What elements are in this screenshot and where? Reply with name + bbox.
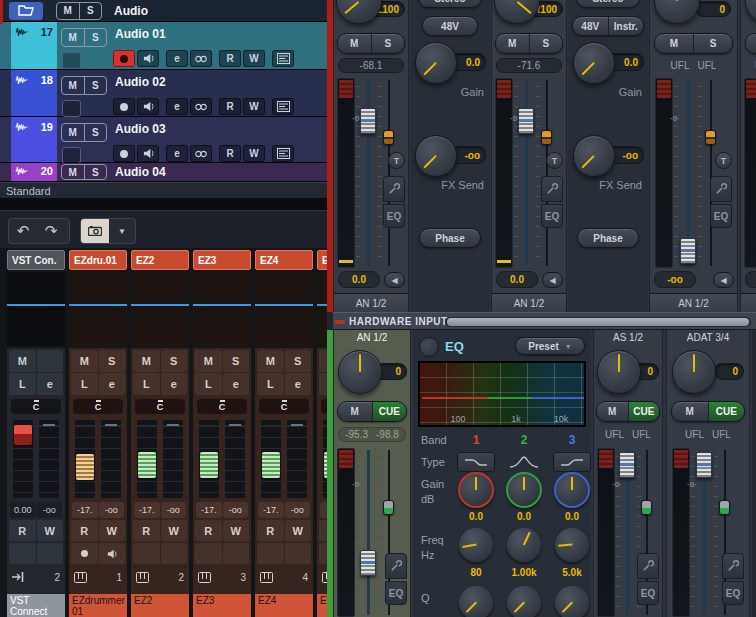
solo-button[interactable]: S bbox=[84, 77, 107, 94]
fader-track[interactable] bbox=[621, 450, 634, 615]
fader-track[interactable] bbox=[520, 80, 533, 266]
extra-cell[interactable] bbox=[161, 543, 188, 564]
write-button[interactable]: W bbox=[161, 520, 188, 541]
trim-fader[interactable] bbox=[383, 500, 394, 515]
channel-overview[interactable] bbox=[193, 272, 251, 346]
channel-overview[interactable] bbox=[69, 272, 127, 346]
mute-button[interactable]: M bbox=[672, 402, 708, 421]
band2-gain-value[interactable]: 0.0 bbox=[505, 511, 543, 522]
write-button[interactable]: W bbox=[99, 520, 126, 541]
fader-track[interactable] bbox=[362, 450, 375, 615]
track-row[interactable]: 18 MS Audio 02 e R W bbox=[0, 70, 330, 117]
channel-tools-button[interactable] bbox=[541, 176, 563, 202]
fader-track[interactable] bbox=[698, 450, 711, 615]
monitor-button[interactable] bbox=[137, 145, 159, 162]
fader-cap[interactable] bbox=[200, 452, 218, 478]
track-row[interactable]: 19 MS Audio 03 e R W bbox=[0, 117, 330, 163]
trim-fader[interactable] bbox=[705, 130, 716, 145]
eq-tab[interactable]: EQ bbox=[637, 581, 659, 605]
edit-button[interactable]: e bbox=[37, 373, 64, 395]
mute-button[interactable]: M bbox=[746, 34, 756, 53]
cue-button[interactable]: CUE bbox=[628, 402, 660, 421]
band3-gain-knob[interactable] bbox=[554, 472, 590, 508]
extra-cell[interactable] bbox=[37, 543, 64, 564]
preset-dropdown[interactable]: Preset▼ bbox=[515, 337, 585, 355]
solo-button[interactable]: S bbox=[371, 34, 405, 53]
mute-button[interactable]: M bbox=[62, 165, 84, 179]
mute-button[interactable]: M bbox=[496, 34, 529, 53]
edit-channel-button[interactable]: e bbox=[166, 98, 188, 115]
band1-q-knob[interactable] bbox=[459, 586, 493, 617]
fader-cap[interactable] bbox=[76, 454, 94, 480]
channel-overview[interactable] bbox=[131, 272, 189, 346]
solo-button[interactable]: S bbox=[79, 3, 102, 19]
undo-button[interactable]: ↶ bbox=[9, 219, 37, 243]
volume-value[interactable]: -17. bbox=[258, 502, 284, 518]
trim-track[interactable] bbox=[541, 80, 552, 266]
eq-graph[interactable]: 100 1k 10k bbox=[418, 361, 586, 427]
mute-button[interactable]: M bbox=[71, 350, 98, 372]
mute-button[interactable]: M bbox=[9, 350, 36, 372]
pan-knob[interactable] bbox=[336, 0, 382, 24]
edit-button[interactable]: e bbox=[161, 373, 188, 395]
band1-type-button[interactable] bbox=[457, 452, 495, 472]
volume-fader[interactable] bbox=[137, 420, 157, 498]
solo-button[interactable]: S bbox=[285, 350, 312, 372]
track-state-box[interactable] bbox=[62, 147, 81, 164]
channel-header[interactable]: EZ3 bbox=[193, 250, 251, 270]
record-arm-button[interactable] bbox=[113, 145, 135, 162]
phase-button[interactable]: Phase bbox=[419, 228, 481, 248]
fader-track[interactable] bbox=[682, 80, 695, 266]
gain-knob[interactable] bbox=[573, 42, 615, 84]
volume-value[interactable]: 0.00 bbox=[10, 502, 36, 518]
track-row[interactable]: 20 MS Audio 04 bbox=[0, 163, 330, 182]
instrument-icon[interactable] bbox=[198, 572, 211, 583]
instrument-icon[interactable] bbox=[260, 572, 273, 583]
fader-value[interactable]: -oo bbox=[654, 271, 696, 288]
solo-button[interactable]: S bbox=[529, 34, 563, 53]
monitor-button[interactable] bbox=[137, 50, 159, 67]
volume-value[interactable]: -17. bbox=[134, 502, 160, 518]
trim-track[interactable] bbox=[705, 80, 716, 266]
track-row[interactable]: 17 MS Audio 01 e R W bbox=[0, 22, 330, 70]
phantom-power-button[interactable]: 48V bbox=[573, 17, 608, 36]
track-mute-solo[interactable]: MS bbox=[61, 76, 107, 95]
phase-button[interactable]: Phase bbox=[577, 228, 639, 248]
channel-name[interactable]: AS 1/2 bbox=[594, 332, 662, 343]
extra-cell[interactable] bbox=[223, 543, 250, 564]
listen-button[interactable]: L bbox=[133, 373, 160, 395]
pan-control[interactable]: C bbox=[197, 399, 247, 414]
instrument-button[interactable]: Instr. bbox=[608, 17, 644, 36]
channel-tools-button[interactable] bbox=[637, 553, 659, 579]
record-arm-button[interactable] bbox=[113, 50, 135, 67]
collapse-button[interactable]: ◀ bbox=[542, 272, 563, 288]
extra-cell[interactable] bbox=[257, 543, 284, 564]
trim-fader[interactable] bbox=[719, 500, 730, 515]
listen-button[interactable]: L bbox=[9, 373, 36, 395]
channel-name[interactable]: AN 1/2 bbox=[650, 293, 737, 312]
read-automation-button[interactable]: R bbox=[219, 145, 241, 162]
read-button[interactable]: R bbox=[71, 520, 98, 541]
mute-button[interactable]: M bbox=[338, 402, 372, 421]
channel-name[interactable]: AN 1/2 bbox=[741, 293, 756, 312]
channel-tools-button[interactable] bbox=[385, 553, 407, 579]
edit-channel-button[interactable]: e bbox=[166, 145, 188, 162]
fader-cap[interactable] bbox=[14, 425, 32, 445]
band2-freq-value[interactable]: 1.00k bbox=[505, 567, 543, 578]
pan-control[interactable]: C bbox=[73, 399, 123, 414]
track-name[interactable]: Audio 03 bbox=[115, 122, 166, 136]
lanes-button[interactable] bbox=[272, 98, 294, 115]
read-button[interactable]: R bbox=[257, 520, 284, 541]
folder-button[interactable] bbox=[9, 2, 43, 20]
track-name[interactable]: Audio 01 bbox=[115, 27, 166, 41]
extra-cell[interactable] bbox=[133, 543, 160, 564]
write-automation-button[interactable]: W bbox=[243, 98, 265, 115]
band2-type-glyph[interactable] bbox=[505, 452, 543, 472]
stereo-mode-button[interactable]: Stereo bbox=[418, 0, 482, 8]
track-mute-solo[interactable]: MS bbox=[61, 164, 107, 180]
pan-knob[interactable] bbox=[654, 0, 700, 24]
volume-value[interactable]: -17. bbox=[196, 502, 222, 518]
band3-freq-value[interactable]: 5.0k bbox=[553, 567, 591, 578]
mute-button[interactable]: M bbox=[655, 34, 693, 53]
eq-tab[interactable]: EQ bbox=[722, 581, 744, 605]
